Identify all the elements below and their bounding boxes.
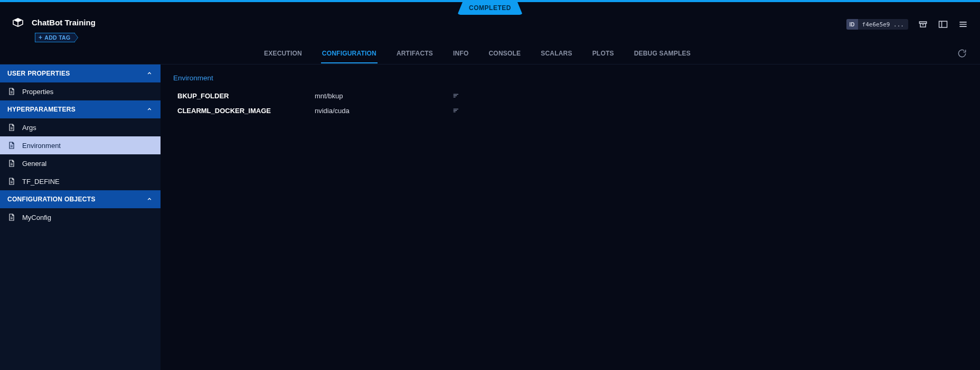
tab-scalars[interactable]: SCALARS (540, 43, 573, 63)
tab-plots[interactable]: PLOTS (591, 43, 615, 63)
tabs-bar: EXECUTIONCONFIGURATIONARTIFACTSINFOCONSO… (0, 42, 980, 64)
sidebar-item-label: Environment (22, 142, 61, 150)
tab-info[interactable]: INFO (452, 43, 469, 63)
sidebar-item-environment[interactable]: Environment (0, 136, 161, 154)
plus-icon: + (39, 34, 42, 41)
sidebar-item-label: MyConfig (22, 214, 51, 221)
main-panel: Environment BKUP_FOLDERmnt/bkupCLEARML_D… (161, 64, 980, 370)
tab-console[interactable]: CONSOLE (488, 43, 522, 63)
svg-rect-2 (939, 21, 947, 27)
section-title: HYPERPARAMETERS (7, 106, 76, 113)
tab-artifacts[interactable]: ARTIFACTS (395, 43, 434, 63)
svg-rect-1 (920, 23, 926, 27)
chevron-up-icon (146, 70, 153, 77)
document-icon (7, 87, 16, 96)
sidebar-item-label: General (22, 160, 46, 168)
config-value: nvidia/cuda (315, 107, 452, 115)
tab-configuration[interactable]: CONFIGURATION (321, 43, 378, 63)
sidebar-section-hyperparameters[interactable]: HYPERPARAMETERS (0, 100, 161, 118)
sidebar-item-label: TF_DEFINE (22, 178, 60, 186)
chevron-up-icon (146, 106, 153, 113)
section-title: USER PROPERTIES (7, 70, 70, 77)
id-badge-label: ID (846, 19, 858, 30)
sidebar-item-args[interactable]: Args (0, 118, 161, 136)
add-tag-button[interactable]: + ADD TAG (35, 33, 75, 42)
sidebar-item-properties[interactable]: Properties (0, 82, 161, 100)
document-icon (7, 123, 16, 132)
sidebar-item-label: Args (22, 124, 36, 132)
header: ChatBot Training + ADD TAG ID f4e6e5e9 .… (0, 2, 980, 42)
panel-title: Environment (173, 74, 967, 82)
tab-debug-samples[interactable]: DEBUG SAMPLES (633, 43, 692, 63)
document-icon (7, 177, 16, 186)
config-key: BKUP_FOLDER (177, 92, 315, 100)
sidebar: USER PROPERTIESPropertiesHYPERPARAMETERS… (0, 64, 161, 370)
id-value: f4e6e5e9 ... (858, 21, 908, 28)
config-value: mnt/bkup (315, 92, 452, 100)
sidebar-item-myconfig[interactable]: MyConfig (0, 208, 161, 226)
document-icon (7, 159, 16, 168)
tab-execution[interactable]: EXECUTION (263, 43, 303, 63)
row-action-icon[interactable] (452, 91, 473, 100)
refresh-icon[interactable] (957, 48, 967, 59)
row-action-icon[interactable] (452, 106, 473, 115)
config-key: CLEARML_DOCKER_IMAGE (177, 107, 315, 115)
sidebar-item-label: Properties (22, 88, 53, 96)
document-icon (7, 141, 16, 150)
archive-icon[interactable] (918, 19, 928, 30)
config-row: CLEARML_DOCKER_IMAGEnvidia/cuda (173, 103, 967, 118)
menu-icon[interactable] (958, 19, 968, 30)
document-icon (7, 213, 16, 221)
add-tag-label: ADD TAG (44, 34, 70, 41)
chevron-up-icon (146, 196, 153, 203)
app-logo-icon (12, 16, 24, 29)
sidebar-section-configuration-objects[interactable]: CONFIGURATION OBJECTS (0, 190, 161, 208)
experiment-id-chip[interactable]: ID f4e6e5e9 ... (846, 19, 908, 30)
sidebar-item-tf_define[interactable]: TF_DEFINE (0, 172, 161, 190)
page-title: ChatBot Training (32, 18, 96, 27)
config-row: BKUP_FOLDERmnt/bkup (173, 88, 967, 103)
panel-toggle-icon[interactable] (938, 19, 948, 30)
sidebar-item-general[interactable]: General (0, 154, 161, 172)
sidebar-section-user-properties[interactable]: USER PROPERTIES (0, 64, 161, 82)
section-title: CONFIGURATION OBJECTS (7, 196, 96, 203)
